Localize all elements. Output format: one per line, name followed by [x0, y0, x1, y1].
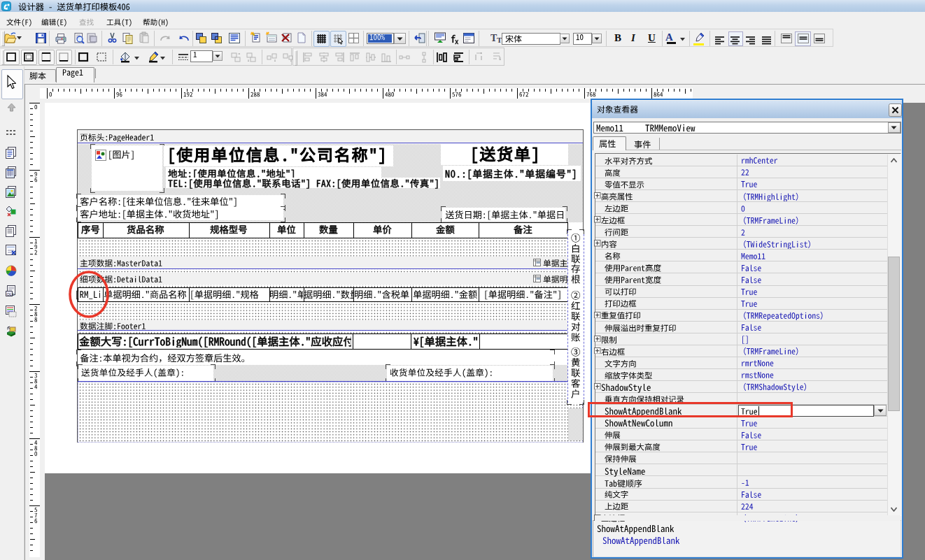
- svg-text:OLE: OLE: [7, 292, 15, 296]
